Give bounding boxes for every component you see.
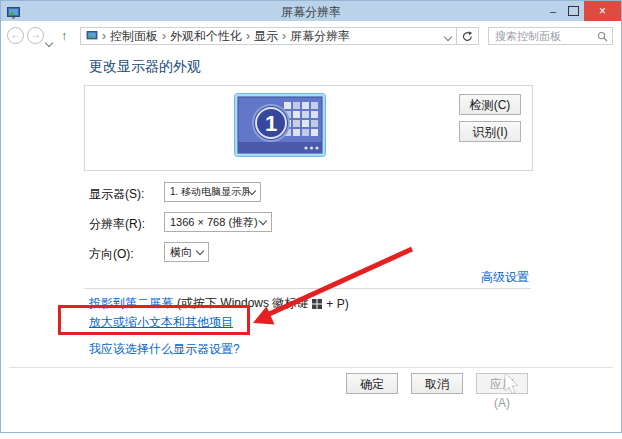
up-button[interactable]: ↑	[61, 28, 68, 43]
refresh-icon	[462, 31, 473, 42]
chevron-down-icon	[259, 217, 267, 225]
apply-button[interactable]: 应用(A)	[476, 373, 528, 394]
resolution-select-value: 1366 × 768 (推荐)	[170, 215, 258, 230]
search-icon	[597, 31, 608, 42]
location-icon	[86, 31, 98, 41]
address-dropdown[interactable]	[445, 29, 451, 43]
chevron-down-icon	[196, 247, 204, 255]
search-input[interactable]	[493, 29, 597, 43]
display-select-value: 1. 移动电脑显示屏	[170, 185, 249, 199]
ok-button[interactable]: 确定	[346, 373, 398, 394]
close-icon: ×	[599, 4, 606, 18]
page-title: 更改显示器的外观	[89, 58, 201, 76]
title-bar: 屏幕分辨率 – ×	[1, 1, 621, 21]
breadcrumb-separator: ›	[102, 29, 106, 43]
resolution-select[interactable]: 1366 × 768 (推荐)	[164, 212, 272, 232]
cancel-button[interactable]: 取消	[411, 373, 463, 394]
refresh-button[interactable]	[456, 27, 479, 45]
identify-button[interactable]: 识别(I)	[459, 121, 521, 142]
project-hint-post: + P)	[326, 297, 348, 311]
windows-logo-icon	[312, 299, 322, 309]
back-button[interactable]: ←	[7, 27, 24, 44]
window-title: 屏幕分辨率	[1, 4, 621, 21]
breadcrumb-item-screen-resolution[interactable]: 屏幕分辨率	[290, 28, 350, 45]
display-select[interactable]: 1. 移动电脑显示屏	[164, 182, 261, 202]
breadcrumb-separator: ›	[162, 29, 166, 43]
detect-button[interactable]: 检测(C)	[459, 94, 521, 115]
search-box	[488, 27, 613, 45]
forward-button[interactable]: →	[27, 27, 44, 44]
minimize-button[interactable]: –	[545, 1, 561, 21]
divider	[84, 288, 531, 289]
forward-icon: →	[31, 29, 41, 40]
close-button[interactable]: ×	[584, 1, 621, 21]
breadcrumb-item-appearance[interactable]: 外观和个性化	[170, 28, 242, 45]
chevron-down-icon	[45, 39, 53, 47]
minimize-icon: –	[550, 5, 556, 17]
address-bar[interactable]: › 控制面板 › 外观和个性化 › 显示 › 屏幕分辨率	[80, 27, 457, 45]
recent-pages-dropdown[interactable]	[46, 32, 52, 50]
maximize-icon	[568, 6, 579, 16]
breadcrumb-separator: ›	[246, 29, 250, 43]
monitor-1-preview[interactable]: 1	[234, 93, 326, 157]
breadcrumb-item-display[interactable]: 显示	[254, 28, 278, 45]
orientation-select[interactable]: 横向	[164, 242, 209, 262]
display-settings-help-link[interactable]: 我应该选择什么显示器设置?	[89, 341, 240, 358]
back-icon: ←	[11, 29, 21, 40]
divider	[9, 367, 613, 368]
breadcrumb-item-control-panel[interactable]: 控制面板	[110, 28, 158, 45]
display-label: 显示器(S):	[89, 186, 144, 203]
orientation-select-value: 横向	[170, 245, 192, 260]
maximize-button[interactable]	[565, 1, 581, 21]
resolution-label: 分辨率(R):	[89, 216, 145, 233]
chevron-down-icon	[444, 33, 452, 41]
annotation-highlight-box	[58, 305, 250, 335]
breadcrumb-separator: ›	[282, 29, 286, 43]
monitor-number-label: 1	[265, 111, 277, 136]
screen-resolution-window: 屏幕分辨率 – × ← → ↑ › 控制面板 › 外观和个性化 › 显示 › 屏…	[0, 0, 622, 433]
orientation-label: 方向(O):	[89, 246, 134, 263]
up-icon: ↑	[61, 28, 68, 43]
advanced-settings-link[interactable]: 高级设置	[481, 269, 529, 286]
